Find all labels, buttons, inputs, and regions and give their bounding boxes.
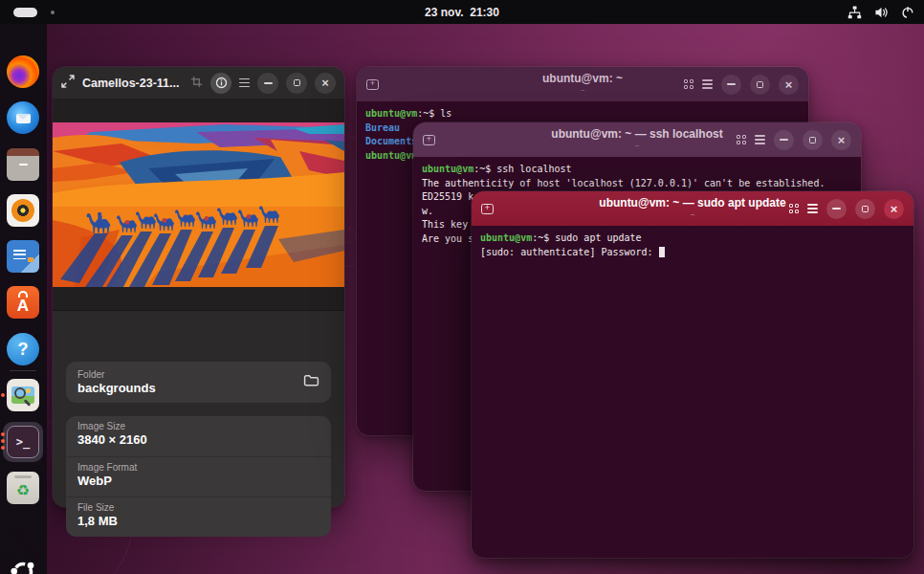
camel-artwork-image <box>53 122 344 287</box>
property-label: Image Size <box>77 421 319 431</box>
dock-separator <box>10 370 36 371</box>
help-icon[interactable]: ? <box>7 333 39 365</box>
running-indicator-dot <box>1 446 5 450</box>
property-label: Image Format <box>77 462 319 473</box>
image-canvas[interactable] <box>53 99 344 310</box>
close-button[interactable]: × <box>831 130 851 150</box>
dock: A ? >_ ♻ <box>0 24 47 574</box>
libreoffice-writer-icon[interactable] <box>7 240 39 273</box>
image-viewer-dock-icon[interactable] <box>7 379 39 411</box>
image-properties-panel: Folder backgrounds Image Size 3840 × 216… <box>53 342 344 507</box>
maximize-button[interactable] <box>855 199 875 219</box>
trash-icon[interactable]: ♻ <box>7 472 39 504</box>
folder-label: Folder <box>77 369 156 380</box>
maximize-button[interactable] <box>750 75 770 95</box>
info-button[interactable] <box>210 73 231 94</box>
terminal-dock-icon[interactable]: >_ <box>7 426 39 458</box>
system-status-area[interactable] <box>847 0 914 24</box>
property-row: Image Format WebP <box>66 456 331 497</box>
folder-row[interactable]: Folder backgrounds <box>66 362 331 403</box>
maximize-button[interactable] <box>803 130 823 150</box>
firefox-icon[interactable] <box>7 55 39 88</box>
running-indicator-dot <box>1 432 5 436</box>
fullscreen-icon[interactable] <box>61 75 75 92</box>
terminal-line: The authenticity of host 'localhost (127… <box>422 177 861 191</box>
terminal-line: [sudo: authenticate] Password: <box>480 246 913 260</box>
terminal-line: ubuntu@vm:~$ ssh localhost <box>422 163 861 177</box>
tab-overview-icon[interactable] <box>737 135 746 144</box>
close-button[interactable]: × <box>779 75 799 95</box>
maximize-button[interactable] <box>286 73 307 94</box>
divider <box>53 310 344 311</box>
crop-icon[interactable] <box>190 75 203 92</box>
window-title: ubuntu@vm: ~ — sudo apt update <box>538 196 847 210</box>
running-indicator-dot <box>1 393 5 397</box>
clock[interactable]: 23 nov. 21:30 <box>425 6 499 19</box>
image-viewer-window: Camellos-23-11... × <box>53 67 344 507</box>
tab-overview-icon[interactable] <box>789 204 799 213</box>
workspace-indicator-active[interactable] <box>13 8 37 17</box>
running-indicator-dot <box>1 439 5 443</box>
property-row: File Size 1,8 MB <box>66 497 331 537</box>
new-tab-icon[interactable]: + <box>481 204 494 214</box>
property-label: File Size <box>77 502 319 513</box>
files-icon[interactable] <box>7 148 39 181</box>
property-value: 3840 × 2160 <box>77 432 319 447</box>
desktop: Camellos-23-11... × <box>0 0 924 574</box>
workspace-indicator-dot[interactable] <box>51 11 55 14</box>
rhythmbox-icon[interactable] <box>7 194 39 227</box>
new-tab-icon[interactable]: + <box>366 79 379 90</box>
window-subtitle: ~ <box>480 142 794 150</box>
open-folder-icon[interactable] <box>303 373 319 391</box>
image-details-card: Image Size 3840 × 2160 Image Format WebP… <box>66 416 331 537</box>
new-tab-icon[interactable]: + <box>423 135 435 145</box>
menu-icon[interactable] <box>702 79 713 89</box>
window-title: ubuntu@vm: ~ — ssh localhost <box>480 127 794 141</box>
terminal-line: ubuntu@vm:~$ sudo apt update <box>480 232 913 246</box>
minimize-button[interactable] <box>257 73 278 94</box>
menu-icon[interactable] <box>239 78 250 88</box>
close-button[interactable]: × <box>315 73 336 94</box>
top-bar: 23 nov. 21:30 <box>0 0 924 24</box>
show-apps-ubuntu-icon[interactable] <box>7 556 39 574</box>
window-title: Camellos-23-11... <box>82 77 179 90</box>
menu-icon[interactable] <box>807 204 818 213</box>
window-subtitle: ~ <box>538 210 847 219</box>
image-viewer-titlebar: Camellos-23-11... × <box>53 67 344 99</box>
terminal-line: ubuntu@vm:~$ ls <box>365 107 808 121</box>
terminal1-titlebar: + ubuntu@vm: ~ ~ × <box>357 67 808 101</box>
app-center-icon[interactable]: A <box>7 286 39 319</box>
terminal3-titlebar: + ubuntu@vm: ~ — sudo apt update ~ × <box>472 191 913 226</box>
property-value: 1,8 MB <box>77 514 319 528</box>
folder-value: backgrounds <box>77 381 156 395</box>
terminal3-content[interactable]: ubuntu@vm:~$ sudo apt update[sudo: authe… <box>472 226 913 558</box>
property-value: WebP <box>77 474 319 488</box>
terminal2-titlebar: + ubuntu@vm: ~ — ssh localhost ~ × <box>413 122 861 157</box>
power-icon <box>901 6 914 19</box>
volume-icon <box>874 6 889 19</box>
thunderbird-icon[interactable] <box>7 101 39 134</box>
tab-overview-icon[interactable] <box>684 79 693 89</box>
menu-icon[interactable] <box>755 135 765 144</box>
network-icon <box>847 6 862 19</box>
terminal-window-3: + ubuntu@vm: ~ — sudo apt update ~ × ubu… <box>472 191 913 558</box>
close-button[interactable]: × <box>884 199 904 219</box>
property-row: Image Size 3840 × 2160 <box>66 416 331 456</box>
